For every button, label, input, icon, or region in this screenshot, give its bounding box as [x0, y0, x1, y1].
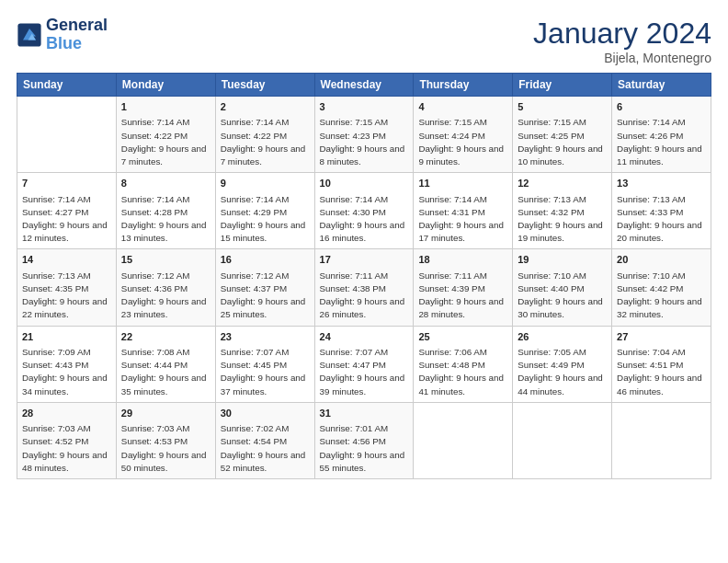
day-number: 26 [518, 330, 607, 344]
calendar-cell: 1Sunrise: 7:14 AMSunset: 4:22 PMDaylight… [116, 97, 215, 173]
day-number: 30 [221, 407, 310, 420]
calendar-week-row: 7Sunrise: 7:14 AMSunset: 4:27 PMDaylight… [17, 173, 711, 249]
day-number: 8 [121, 177, 210, 190]
day-number: 23 [221, 330, 310, 344]
calendar-cell: 13Sunrise: 7:13 AMSunset: 4:33 PMDayligh… [612, 173, 711, 249]
day-number: 3 [320, 100, 409, 114]
day-number: 17 [320, 253, 409, 267]
day-number: 22 [121, 330, 210, 344]
day-info: Sunrise: 7:02 AMSunset: 4:54 PMDaylight:… [221, 422, 310, 475]
calendar-cell: 21Sunrise: 7:09 AMSunset: 4:43 PMDayligh… [17, 326, 117, 402]
calendar-cell: 3Sunrise: 7:15 AMSunset: 4:23 PMDaylight… [314, 97, 414, 173]
calendar-cell [612, 402, 711, 478]
day-info: Sunrise: 7:05 AMSunset: 4:49 PMDaylight:… [518, 346, 607, 398]
day-number: 5 [518, 100, 607, 114]
calendar-cell [414, 402, 513, 478]
day-number: 14 [22, 253, 111, 267]
calendar-cell: 19Sunrise: 7:10 AMSunset: 4:40 PMDayligh… [513, 249, 612, 326]
calendar-cell: 27Sunrise: 7:04 AMSunset: 4:51 PMDayligh… [612, 326, 711, 402]
day-info: Sunrise: 7:15 AMSunset: 4:25 PMDaylight:… [518, 116, 607, 168]
day-info: Sunrise: 7:14 AMSunset: 4:28 PMDaylight:… [121, 193, 210, 246]
calendar-cell: 16Sunrise: 7:12 AMSunset: 4:37 PMDayligh… [215, 249, 314, 326]
calendar-table: SundayMondayTuesdayWednesdayThursdayFrid… [17, 73, 711, 479]
calendar-cell [513, 402, 612, 478]
day-number: 29 [121, 407, 210, 420]
day-number: 15 [121, 253, 210, 267]
day-number: 20 [617, 253, 706, 267]
day-info: Sunrise: 7:07 AMSunset: 4:47 PMDaylight:… [320, 346, 409, 398]
day-number: 9 [221, 177, 310, 190]
day-info: Sunrise: 7:11 AMSunset: 4:39 PMDaylight:… [418, 270, 507, 322]
calendar-cell: 25Sunrise: 7:06 AMSunset: 4:48 PMDayligh… [414, 326, 513, 402]
day-of-week-header: Thursday [414, 74, 513, 97]
calendar-cell: 4Sunrise: 7:15 AMSunset: 4:24 PMDaylight… [414, 97, 513, 173]
day-info: Sunrise: 7:06 AMSunset: 4:48 PMDaylight:… [418, 346, 507, 398]
day-info: Sunrise: 7:12 AMSunset: 4:37 PMDaylight:… [221, 270, 310, 322]
logo-line2: Blue [46, 34, 82, 52]
day-number: 11 [418, 177, 507, 190]
calendar-cell: 2Sunrise: 7:14 AMSunset: 4:22 PMDaylight… [215, 97, 314, 173]
calendar-cell: 28Sunrise: 7:03 AMSunset: 4:52 PMDayligh… [17, 402, 117, 478]
calendar-cell: 29Sunrise: 7:03 AMSunset: 4:53 PMDayligh… [116, 402, 215, 478]
day-info: Sunrise: 7:08 AMSunset: 4:44 PMDaylight:… [121, 346, 210, 398]
day-info: Sunrise: 7:13 AMSunset: 4:32 PMDaylight:… [518, 193, 607, 246]
day-info: Sunrise: 7:12 AMSunset: 4:36 PMDaylight:… [121, 270, 210, 322]
day-info: Sunrise: 7:03 AMSunset: 4:53 PMDaylight:… [121, 422, 210, 475]
day-info: Sunrise: 7:03 AMSunset: 4:52 PMDaylight:… [22, 422, 111, 475]
calendar-cell: 12Sunrise: 7:13 AMSunset: 4:32 PMDayligh… [513, 173, 612, 249]
day-number: 4 [418, 100, 507, 114]
calendar-container: General Blue January 2024 Bijela, Monten… [0, 0, 728, 488]
day-number: 18 [418, 253, 507, 267]
day-info: Sunrise: 7:14 AMSunset: 4:30 PMDaylight:… [320, 193, 409, 246]
calendar-cell: 10Sunrise: 7:14 AMSunset: 4:30 PMDayligh… [314, 173, 414, 249]
day-info: Sunrise: 7:07 AMSunset: 4:45 PMDaylight:… [221, 346, 310, 398]
calendar-cell: 7Sunrise: 7:14 AMSunset: 4:27 PMDaylight… [17, 173, 117, 249]
calendar-cell: 26Sunrise: 7:05 AMSunset: 4:49 PMDayligh… [513, 326, 612, 402]
day-number: 1 [121, 100, 210, 114]
calendar-cell: 5Sunrise: 7:15 AMSunset: 4:25 PMDaylight… [513, 97, 612, 173]
day-info: Sunrise: 7:04 AMSunset: 4:51 PMDaylight:… [617, 346, 706, 398]
calendar-cell: 20Sunrise: 7:10 AMSunset: 4:42 PMDayligh… [612, 249, 711, 326]
calendar-cell: 23Sunrise: 7:07 AMSunset: 4:45 PMDayligh… [215, 326, 314, 402]
day-info: Sunrise: 7:15 AMSunset: 4:23 PMDaylight:… [320, 116, 409, 168]
calendar-cell: 8Sunrise: 7:14 AMSunset: 4:28 PMDaylight… [116, 173, 215, 249]
calendar-cell: 31Sunrise: 7:01 AMSunset: 4:56 PMDayligh… [314, 402, 414, 478]
day-number: 12 [518, 177, 607, 190]
day-of-week-header: Wednesday [314, 74, 414, 97]
title-block: January 2024 Bijela, Montenegro [533, 17, 711, 65]
day-number: 25 [418, 330, 507, 344]
day-info: Sunrise: 7:14 AMSunset: 4:27 PMDaylight:… [22, 193, 111, 246]
calendar-week-row: 14Sunrise: 7:13 AMSunset: 4:35 PMDayligh… [17, 249, 711, 326]
day-info: Sunrise: 7:14 AMSunset: 4:26 PMDaylight:… [617, 116, 706, 168]
calendar-cell: 14Sunrise: 7:13 AMSunset: 4:35 PMDayligh… [17, 249, 117, 326]
day-number: 24 [320, 330, 409, 344]
day-number: 7 [22, 177, 111, 190]
day-of-week-header: Monday [116, 74, 215, 97]
day-of-week-header: Tuesday [215, 74, 314, 97]
day-number: 28 [22, 407, 111, 420]
calendar-cell: 24Sunrise: 7:07 AMSunset: 4:47 PMDayligh… [314, 326, 414, 402]
day-info: Sunrise: 7:14 AMSunset: 4:22 PMDaylight:… [221, 116, 310, 168]
calendar-week-row: 21Sunrise: 7:09 AMSunset: 4:43 PMDayligh… [17, 326, 711, 402]
day-number: 16 [221, 253, 310, 267]
day-number: 27 [617, 330, 706, 344]
day-info: Sunrise: 7:14 AMSunset: 4:31 PMDaylight:… [418, 193, 507, 246]
calendar-cell: 15Sunrise: 7:12 AMSunset: 4:36 PMDayligh… [116, 249, 215, 326]
calendar-cell: 6Sunrise: 7:14 AMSunset: 4:26 PMDaylight… [612, 97, 711, 173]
day-info: Sunrise: 7:14 AMSunset: 4:29 PMDaylight:… [221, 193, 310, 246]
calendar-cell [17, 97, 117, 173]
day-info: Sunrise: 7:01 AMSunset: 4:56 PMDaylight:… [320, 422, 409, 475]
calendar-cell: 11Sunrise: 7:14 AMSunset: 4:31 PMDayligh… [414, 173, 513, 249]
day-number: 10 [320, 177, 409, 190]
day-number: 31 [320, 407, 409, 420]
day-number: 6 [617, 100, 706, 114]
day-info: Sunrise: 7:11 AMSunset: 4:38 PMDaylight:… [320, 270, 409, 322]
location-subtitle: Bijela, Montenegro [533, 51, 711, 65]
day-info: Sunrise: 7:15 AMSunset: 4:24 PMDaylight:… [418, 116, 507, 168]
day-of-week-header: Friday [513, 74, 612, 97]
logo-text: General Blue [46, 17, 108, 53]
calendar-week-row: 28Sunrise: 7:03 AMSunset: 4:52 PMDayligh… [17, 402, 711, 478]
logo-line1: General [46, 17, 108, 35]
day-of-week-header: Saturday [612, 74, 711, 97]
day-info: Sunrise: 7:14 AMSunset: 4:22 PMDaylight:… [121, 116, 210, 168]
